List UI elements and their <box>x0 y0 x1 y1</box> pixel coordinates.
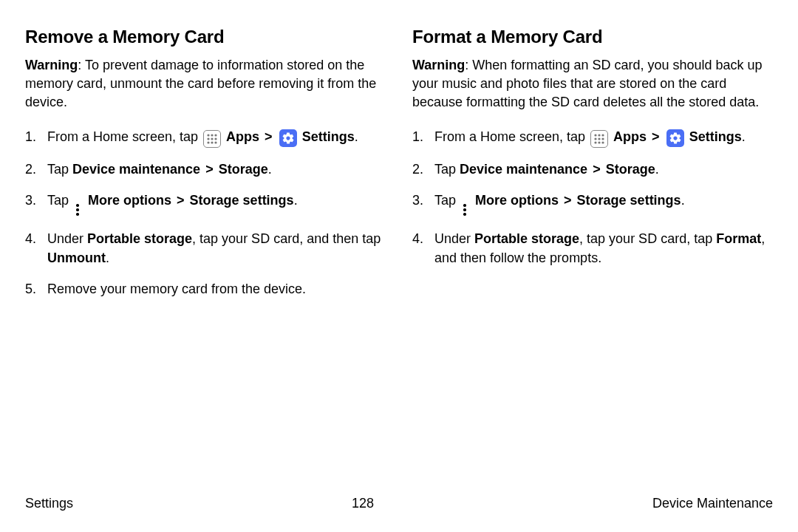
format-steps: From a Home screen, tap Apps > Settings.… <box>412 127 773 268</box>
more-options-icon <box>460 202 470 217</box>
svg-point-9 <box>594 134 596 136</box>
bold-text: Portable storage <box>474 231 579 246</box>
warning-label: Warning <box>25 58 78 72</box>
step-text: Under <box>434 231 474 246</box>
apps-icon <box>203 130 221 148</box>
svg-point-17 <box>601 141 604 143</box>
footer-right: Device Maintenance <box>652 496 773 511</box>
svg-point-2 <box>214 134 216 136</box>
format-heading: Format a Memory Card <box>412 27 773 47</box>
svg-point-12 <box>594 137 596 140</box>
bold-text: Device maintenance <box>460 162 587 177</box>
more-options-icon <box>72 202 83 217</box>
svg-point-13 <box>598 137 600 140</box>
svg-point-6 <box>207 141 209 143</box>
step-text: Remove your memory card from the device. <box>47 282 306 296</box>
remove-step-2: Tap Device maintenance > Storage. <box>25 160 386 179</box>
warning-text: : To prevent damage to information store… <box>25 58 376 109</box>
period: . <box>681 193 685 208</box>
step-text: Under <box>47 231 87 246</box>
period: . <box>355 129 358 144</box>
remove-step-3: Tap More options > Storage settings. <box>25 191 386 217</box>
footer-left: Settings <box>25 496 73 511</box>
format-warning: Warning: When formatting an SD card, you… <box>412 56 773 112</box>
svg-point-4 <box>211 137 213 140</box>
step-text: Tap <box>47 162 72 177</box>
period: . <box>294 193 298 208</box>
warning-label: Warning <box>412 58 465 72</box>
separator: > <box>593 162 601 177</box>
remove-warning: Warning: To prevent damage to informatio… <box>25 56 386 112</box>
bold-text: Format <box>716 231 761 246</box>
page-footer: Settings 128 Device Maintenance <box>25 496 773 511</box>
separator: > <box>652 129 660 144</box>
remove-memory-card-section: Remove a Memory Card Warning: To prevent… <box>25 27 386 310</box>
svg-point-14 <box>601 137 604 140</box>
bold-text: Unmount <box>47 250 106 265</box>
step-text: Tap <box>47 193 72 208</box>
separator: > <box>205 162 214 177</box>
settings-label: Settings <box>689 129 742 144</box>
format-step-4: Under Portable storage, tap your SD card… <box>412 229 773 267</box>
period: . <box>268 162 272 177</box>
svg-point-1 <box>211 134 213 136</box>
bold-text: Storage <box>606 162 655 177</box>
footer-page-number: 128 <box>352 496 374 511</box>
format-step-2: Tap Device maintenance > Storage. <box>412 160 773 179</box>
svg-point-11 <box>601 134 604 136</box>
bold-text: Storage settings <box>577 193 681 208</box>
settings-label: Settings <box>302 129 355 144</box>
svg-point-16 <box>598 141 600 143</box>
svg-point-15 <box>594 141 596 143</box>
apps-label: Apps <box>613 129 647 144</box>
remove-step-5: Remove your memory card from the device. <box>25 279 386 299</box>
remove-step-1: From a Home screen, tap Apps > Settings. <box>25 127 386 148</box>
remove-step-4: Under Portable storage, tap your SD card… <box>25 229 386 267</box>
format-memory-card-section: Format a Memory Card Warning: When forma… <box>412 27 773 310</box>
bold-text: Storage settings <box>190 193 294 208</box>
step-text: From a Home screen, tap <box>47 129 202 144</box>
step-text: , tap your SD card, tap <box>579 231 716 246</box>
format-step-1: From a Home screen, tap Apps > Settings. <box>412 127 773 148</box>
separator: > <box>177 193 185 208</box>
warning-text: : When formatting an SD card, you should… <box>412 58 763 109</box>
bold-text: More options <box>475 193 559 208</box>
svg-point-0 <box>207 134 209 136</box>
period: . <box>106 250 109 265</box>
step-text: From a Home screen, tap <box>434 129 589 144</box>
settings-icon <box>279 129 297 147</box>
apps-icon <box>590 130 608 148</box>
separator: > <box>564 193 572 208</box>
svg-point-7 <box>211 141 213 143</box>
format-step-3: Tap More options > Storage settings. <box>412 191 773 217</box>
bold-text: Portable storage <box>87 231 192 246</box>
step-text: Tap <box>434 162 460 177</box>
period: . <box>655 162 659 177</box>
remove-heading: Remove a Memory Card <box>25 27 386 47</box>
separator: > <box>265 129 273 144</box>
svg-point-10 <box>598 134 600 136</box>
step-text: Tap <box>434 193 460 208</box>
svg-point-8 <box>214 141 216 143</box>
period: . <box>742 129 746 144</box>
apps-label: Apps <box>226 129 259 144</box>
bold-text: Device maintenance <box>72 162 200 177</box>
svg-point-3 <box>207 137 209 140</box>
remove-steps: From a Home screen, tap Apps > Settings.… <box>25 127 386 299</box>
bold-text: More options <box>88 193 171 208</box>
step-text: , tap your SD card, and then tap <box>192 231 381 246</box>
settings-icon <box>666 129 684 147</box>
svg-point-5 <box>214 137 216 140</box>
bold-text: Storage <box>219 162 268 177</box>
